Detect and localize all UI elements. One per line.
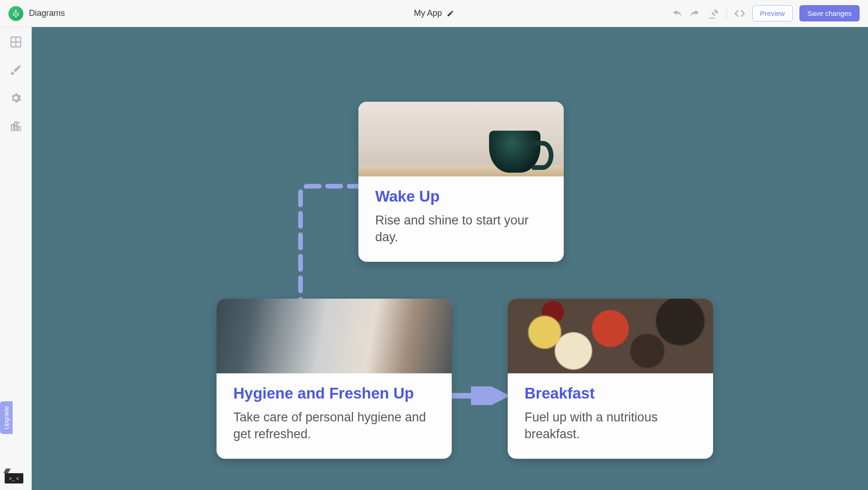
terminal-icon[interactable]: >_ <: [5, 473, 23, 483]
upgrade-button[interactable]: Upgrade: [0, 401, 13, 434]
topbar-separator: [727, 8, 727, 19]
svg-rect-0: [15, 10, 17, 11]
flag-icon: [3, 469, 11, 473]
code-icon[interactable]: [734, 7, 746, 20]
topbar: Diagrams My App Preview Save changes: [0, 0, 868, 27]
grid-icon[interactable]: [9, 35, 22, 49]
save-button[interactable]: Save changes: [799, 5, 860, 21]
gear-icon[interactable]: [9, 91, 22, 105]
brush-icon[interactable]: [9, 63, 22, 77]
card-hygiene[interactable]: Hygiene and Freshen Up Take care of pers…: [217, 299, 452, 459]
card-image-wakeup: [358, 102, 564, 176]
card-wakeup[interactable]: Wake Up Rise and shine to start your day…: [358, 102, 564, 262]
app-logo[interactable]: [8, 6, 23, 21]
svg-rect-1: [13, 14, 14, 15]
card-desc: Rise and shine to start your day.: [375, 212, 547, 246]
chart-icon[interactable]: [9, 119, 22, 133]
sidebar: Upgrade >_ <: [0, 27, 32, 490]
card-title: Wake Up: [375, 188, 547, 205]
card-desc: Fuel up with a nutritious breakfast.: [525, 409, 696, 443]
app-title-group: My App: [414, 8, 454, 18]
app-title: My App: [414, 8, 442, 18]
card-title: Breakfast: [525, 385, 696, 402]
diagram-canvas[interactable]: Wake Up Rise and shine to start your day…: [32, 27, 868, 490]
connector-arrow: [452, 386, 508, 405]
card-title: Hygiene and Freshen Up: [233, 385, 435, 402]
card-image-hygiene: [217, 299, 452, 373]
svg-rect-2: [17, 14, 19, 15]
topbar-right: Preview Save changes: [671, 5, 860, 21]
connector-dashed: [297, 183, 362, 305]
gavel-icon[interactable]: [708, 7, 720, 20]
card-image-breakfast: [508, 299, 713, 373]
undo-icon[interactable]: [671, 7, 683, 20]
main: Upgrade >_ < Wake Up Rise and shine to s…: [0, 27, 868, 490]
edit-title-icon[interactable]: [447, 10, 454, 17]
svg-rect-3: [15, 15, 17, 17]
preview-button[interactable]: Preview: [752, 5, 793, 21]
card-breakfast[interactable]: Breakfast Fuel up with a nutritious brea…: [508, 299, 713, 459]
redo-icon[interactable]: [689, 7, 701, 20]
card-desc: Take care of personal hygiene and get re…: [233, 409, 435, 443]
page-title: Diagrams: [29, 8, 65, 18]
